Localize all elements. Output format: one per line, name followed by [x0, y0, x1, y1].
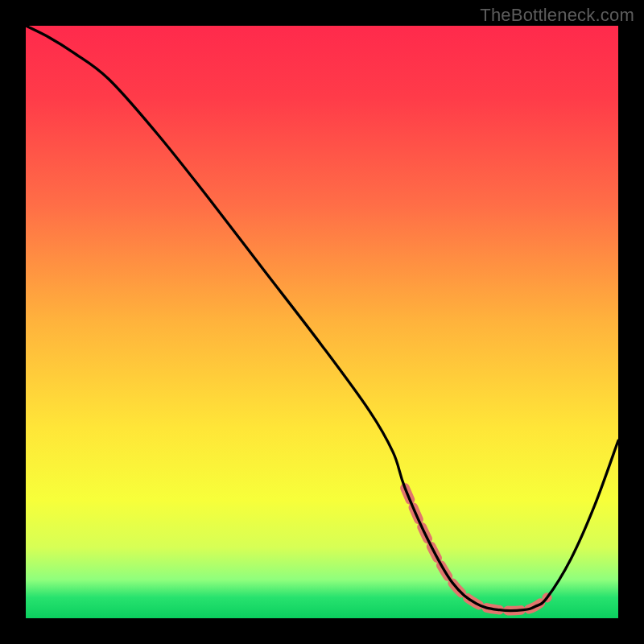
plot-area [26, 26, 618, 618]
bottleneck-curve [26, 26, 618, 611]
chart-frame: TheBottleneck.com [0, 0, 644, 644]
watermark-text: TheBottleneck.com [480, 5, 634, 26]
curve-layer [26, 26, 618, 618]
marker-band-path [405, 488, 547, 610]
